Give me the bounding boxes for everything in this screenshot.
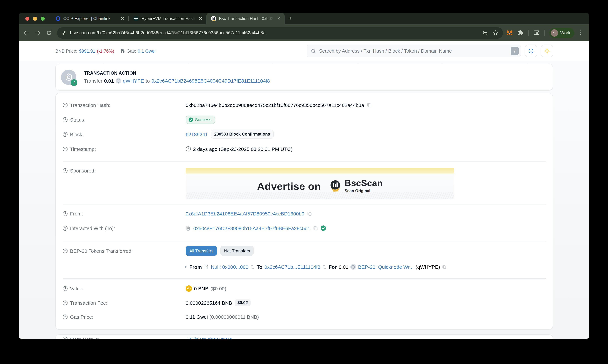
side-panel-search-icon[interactable] <box>533 30 540 36</box>
help-icon[interactable] <box>63 168 68 173</box>
row-transaction-hash: Transaction Hash: 0xb62ba746e4b6b2dd0986… <box>63 98 546 112</box>
network-button[interactable] <box>541 45 553 57</box>
transfer-token-link[interactable]: BEP-20: Quicknode Wr... <box>358 264 414 270</box>
row-more-details: More Details: + Click to show more <box>63 336 546 339</box>
metamask-icon[interactable] <box>506 30 513 36</box>
interacted-address-link[interactable]: 0x50ceF176C2F39080b15Aa4E7f97f6BE6Fa28c5… <box>193 225 310 231</box>
copy-icon[interactable] <box>250 265 255 269</box>
click-to-show-more-link[interactable]: + Click to show more <box>186 336 232 339</box>
bnb-price-value[interactable]: $991.91 <box>79 49 95 53</box>
bnb-price-label: BNB Price: <box>55 49 77 53</box>
value-amount: 0 BNB <box>194 286 208 291</box>
copy-icon[interactable] <box>322 265 327 269</box>
search-bar[interactable]: Search by Address / Txn Hash / Block / T… <box>307 45 521 57</box>
token-icon <box>351 264 356 270</box>
copy-icon[interactable] <box>367 103 372 107</box>
help-icon[interactable] <box>63 146 68 151</box>
transaction-action-icon: ↗ <box>61 69 76 85</box>
help-icon[interactable] <box>63 300 68 305</box>
gas-price-value: 0.11 Gwei <box>186 314 208 320</box>
status-text: Success <box>195 117 211 122</box>
transfer-amount: 0.01 <box>339 264 348 270</box>
new-tab-button[interactable]: + <box>289 15 292 22</box>
ad-banner[interactable]: Advertise on <box>186 168 454 199</box>
price-bar: BNB Price: $991.91 (-1.76%) Gas: 0.1 Gwe… <box>55 49 156 53</box>
tab-close-icon[interactable]: ✕ <box>120 16 125 21</box>
row-label: Sponsored: <box>70 168 95 173</box>
row-label: From: <box>70 211 83 216</box>
bookmark-star-icon[interactable] <box>493 30 498 36</box>
action-to-address-link[interactable]: 0x2c6AC71bB24698E5C4004C49D17fE81E111104… <box>151 78 270 84</box>
toolbar-separator <box>544 30 545 36</box>
toolbar-separator <box>528 30 529 36</box>
minimize-window-button[interactable] <box>33 17 37 21</box>
row-timestamp: Timestamp: 2 days ago (Sep-23-2025 03:20… <box>63 142 546 156</box>
transaction-hash-value[interactable]: 0xb62ba746e4b6b2dd0986eecd475c21bf13f667… <box>186 102 364 108</box>
site-settings-icon[interactable] <box>61 30 67 36</box>
tab-strip: CCIP Explorer | Chainlink ✕ HyperEVM Tra… <box>19 13 589 24</box>
url-text[interactable]: bscscan.com/tx/0xb62ba746e4b6b2dd0986eec… <box>70 30 482 35</box>
tab-title: HyperEVM Transaction Hash: <box>141 16 195 21</box>
tab-hyperevm[interactable]: HyperEVM Transaction Hash: ✕ <box>129 13 206 24</box>
help-icon[interactable] <box>63 248 68 253</box>
menu-dots-icon[interactable] <box>578 30 584 36</box>
help-icon[interactable] <box>63 103 68 107</box>
row-block: Block: 62189241 230533 Block Confirmatio… <box>63 127 546 142</box>
copy-icon[interactable] <box>442 265 446 269</box>
site-header: BNB Price: $991.91 (-1.76%) Gas: 0.1 Gwe… <box>19 41 589 61</box>
tab-title: CCIP Explorer | Chainlink <box>63 16 117 21</box>
bnb-coin-icon <box>186 285 192 292</box>
address-bar[interactable]: bscscan.com/tx/0xb62ba746e4b6b2dd0986eec… <box>57 27 503 39</box>
transfer-from-label: From <box>189 264 202 270</box>
page-content: BNB Price: $991.91 (-1.76%) Gas: 0.1 Gwe… <box>19 41 589 339</box>
row-label: Status: <box>70 117 85 122</box>
help-icon[interactable] <box>63 286 68 291</box>
help-icon[interactable] <box>63 226 68 231</box>
transfer-to-label: To <box>257 264 262 270</box>
forward-icon[interactable] <box>34 29 41 36</box>
profile-chip[interactable]: S Work <box>549 28 574 38</box>
bscscan-icon <box>211 16 216 21</box>
help-icon[interactable] <box>63 314 68 319</box>
search-icon <box>311 49 316 53</box>
transaction-details-card: Transaction Hash: 0xb62ba746e4b6b2dd0986… <box>55 93 553 330</box>
from-address-link[interactable]: 0x6afA1D3Eb24106EE4aAf57D80950c4ccBD1300… <box>186 211 304 216</box>
zoom-icon[interactable] <box>482 30 488 36</box>
action-token-link[interactable]: qWHYPE <box>123 78 144 84</box>
bnb-logo-icon <box>544 48 550 54</box>
help-icon[interactable] <box>63 211 68 216</box>
back-icon[interactable] <box>23 29 30 36</box>
row-transaction-fee: Transaction Fee: 0.00002265164 BNB $0.02 <box>63 296 546 310</box>
tab-ccip-explorer[interactable]: CCIP Explorer | Chainlink ✕ <box>51 13 128 24</box>
row-label: Timestamp: <box>70 146 96 152</box>
bnb-price-change: (-1.76%) <box>97 49 114 53</box>
copy-icon[interactable] <box>307 211 312 216</box>
token-icon <box>116 78 121 84</box>
tabs: CCIP Explorer | Chainlink ✕ HyperEVM Tra… <box>51 13 292 24</box>
help-icon[interactable] <box>63 117 68 122</box>
net-transfers-button[interactable]: Net Transfers <box>220 246 254 256</box>
row-label: Transaction Fee: <box>70 300 107 306</box>
extensions-icon[interactable] <box>517 30 524 36</box>
tab-close-icon[interactable]: ✕ <box>198 16 203 21</box>
row-label: Transaction Hash: <box>70 102 110 108</box>
block-number-link[interactable]: 62189241 <box>186 131 208 137</box>
theme-toggle-button[interactable] <box>525 45 537 57</box>
all-transfers-button[interactable]: All Transfers <box>186 246 217 256</box>
token-transfer-row: From Null: 0x000...000 To 0x2c6AC71b...E… <box>185 259 546 275</box>
reload-icon[interactable] <box>46 29 52 36</box>
tab-close-icon[interactable]: ✕ <box>276 16 281 21</box>
transfer-to-link[interactable]: 0x2c6AC71b...E111104f8 <box>265 264 320 270</box>
close-window-button[interactable] <box>25 17 29 21</box>
help-icon[interactable] <box>63 337 68 339</box>
gas-value[interactable]: 0.1 Gwei <box>138 49 156 53</box>
transaction-action-summary: Transfer 0.01 qWHYPE to 0x2c6AC71bB24698… <box>84 78 270 84</box>
transfer-from-link[interactable]: Null: 0x000...000 <box>211 264 248 270</box>
maximize-window-button[interactable] <box>41 17 45 21</box>
ad-sub: Scan Original <box>344 188 382 193</box>
help-icon[interactable] <box>63 132 68 137</box>
tab-bscscan-active[interactable]: Bsc Transaction Hash: 0xb62 ✕ <box>206 13 285 24</box>
ad-headline: Advertise on <box>257 180 321 192</box>
copy-icon[interactable] <box>313 226 318 231</box>
row-sponsored: Sponsored: Advertise on <box>63 161 546 199</box>
